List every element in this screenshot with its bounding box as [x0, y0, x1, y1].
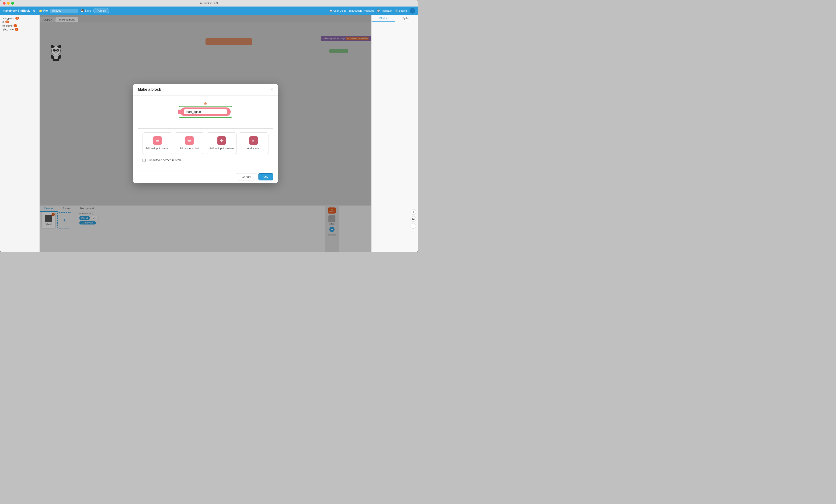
zoom-out-button[interactable]: −	[411, 223, 416, 229]
option-card-input-text[interactable]: Add an input text	[175, 132, 205, 154]
modal-footer: Cancel OK	[133, 170, 278, 183]
svg-marker-18	[220, 139, 224, 142]
right-panel: Blocks Python + ◎ −	[371, 15, 418, 252]
options-grid: Add an input number Add an input text	[138, 132, 273, 158]
gear-icon: ⚙️	[395, 9, 398, 12]
example-programs-button[interactable]: ▦ Example Programs	[349, 9, 374, 12]
user-avatar[interactable]: 👤	[410, 8, 415, 14]
main-area: base_power 0 kp 0 left_power 0 right_pow…	[0, 15, 418, 252]
option-input-number-icon	[153, 136, 162, 145]
feedback-button[interactable]: 💬 Feedback	[377, 9, 392, 12]
refresh-icon-button[interactable]: ↺	[32, 8, 37, 13]
maximize-button[interactable]	[11, 2, 14, 5]
zoom-fit-button[interactable]: ◎	[411, 216, 416, 222]
svg-text:ab: ab	[252, 140, 254, 142]
block-notch-left	[178, 110, 181, 114]
modal-divider	[138, 128, 273, 129]
zoom-controls: + ◎ −	[411, 209, 416, 229]
option-input-text-label: Add an input text	[180, 147, 199, 150]
left-sidebar: base_power 0 kp 0 left_power 0 right_pow…	[0, 15, 40, 252]
nav-right-section: 📖 User Guide ▦ Example Programs 💬 Feedba…	[329, 8, 415, 14]
zoom-in-button[interactable]: +	[411, 209, 416, 215]
option-card-input-number[interactable]: Add an input number	[142, 132, 172, 154]
modal-body: 🗑	[133, 96, 278, 170]
app-window: mBlock v5.4.3 makeblock | mBlock ↺ 📁 Fil…	[0, 0, 418, 252]
modal-overlay: Make a block × 🗑	[40, 15, 371, 252]
window-controls	[3, 2, 14, 5]
variable-base-power[interactable]: base_power 0	[2, 17, 38, 20]
option-input-boolean-icon	[217, 136, 226, 145]
option-card-input-boolean[interactable]: Add an input boolean	[207, 132, 236, 154]
option-input-boolean-label: Add an input boolean	[209, 147, 234, 150]
variable-kp[interactable]: kp 0	[2, 20, 38, 23]
option-add-label-icon: ab	[249, 136, 258, 145]
title-bar: mBlock v5.4.3	[0, 0, 418, 6]
publish-button[interactable]: Publish	[93, 8, 109, 13]
block-preview-area: 🗑	[138, 100, 273, 123]
book-icon: 📖	[329, 9, 332, 12]
modal-close-button[interactable]: ×	[271, 88, 273, 92]
variable-right-power[interactable]: right_power 0	[2, 28, 38, 31]
block-preview-frame: 🗑	[179, 106, 232, 118]
option-input-number-label: Add an input number	[146, 147, 169, 150]
tab-blocks[interactable]: Blocks	[372, 15, 395, 22]
window-title: mBlock v5.4.3	[200, 2, 217, 5]
file-menu-button[interactable]: 📁 File	[39, 9, 48, 12]
checkbox-label[interactable]: Run without screen refresh	[147, 158, 181, 162]
close-button[interactable]	[3, 2, 5, 5]
user-guide-button[interactable]: 📖 User Guide	[329, 9, 346, 12]
folder-icon: 📁	[39, 9, 42, 12]
project-title-input[interactable]	[50, 8, 78, 13]
brand-label: makeblock | mBlock	[3, 9, 30, 12]
right-panel-content: + ◎ −	[372, 22, 418, 252]
setting-button[interactable]: ⚙️ Setting	[395, 9, 407, 12]
right-panel-tabs: Blocks Python	[372, 15, 418, 22]
chat-icon: 💬	[377, 9, 380, 12]
cancel-button[interactable]: Cancel	[237, 173, 256, 180]
ok-button[interactable]: OK	[259, 173, 273, 180]
block-shape	[180, 108, 231, 116]
grid-icon: ▦	[349, 9, 352, 12]
minimize-button[interactable]	[7, 2, 10, 5]
workspace: Display Make a Block	[40, 15, 371, 252]
option-input-text-icon	[185, 136, 194, 145]
modal-header: Make a block ×	[133, 84, 278, 96]
tab-python[interactable]: Python	[395, 15, 418, 22]
svg-rect-16	[156, 140, 159, 141]
save-icon: 💾	[80, 9, 84, 12]
block-name-input[interactable]	[184, 109, 227, 114]
option-add-label-label: Add a label	[247, 147, 260, 150]
make-a-block-modal: Make a block × 🗑	[133, 84, 278, 183]
top-nav: makeblock | mBlock ↺ 📁 File 💾 Save Publi…	[0, 6, 418, 15]
modal-title: Make a block	[138, 88, 161, 92]
checkbox-row: Run without screen refresh	[138, 158, 273, 166]
block-delete-icon[interactable]: 🗑	[204, 102, 207, 105]
variable-left-power[interactable]: left_power 0	[2, 24, 38, 27]
run-without-screen-refresh-checkbox[interactable]	[142, 159, 146, 162]
svg-rect-17	[188, 140, 191, 141]
save-button[interactable]: 💾 Save	[80, 9, 91, 12]
option-card-add-label[interactable]: ab Add a label	[239, 132, 269, 154]
